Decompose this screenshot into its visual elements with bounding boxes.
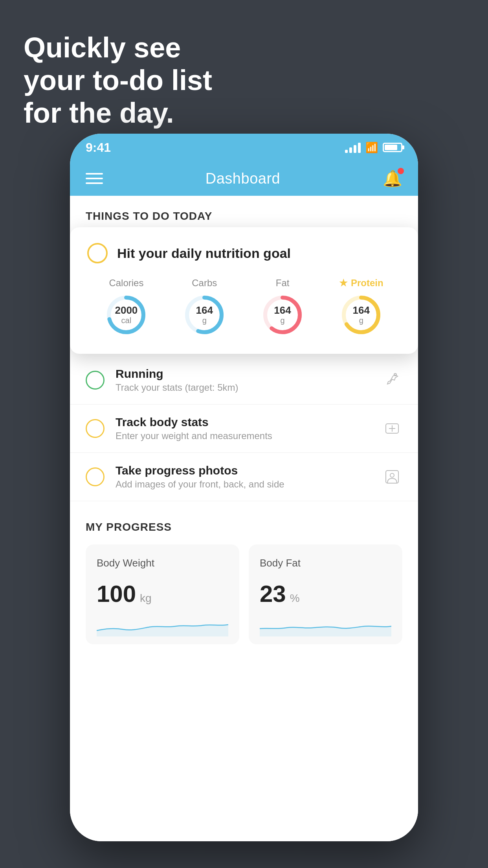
fat-unit: g	[274, 316, 291, 325]
body-fat-value: 23 %	[260, 580, 391, 607]
todo-text-photos: Take progress photos Add images of your …	[116, 464, 371, 490]
notification-dot	[398, 168, 404, 174]
running-sub: Track your stats (target: 5km)	[116, 382, 371, 393]
phone-shell: 9:41 📶 Dashboard 🔔 TH	[70, 134, 418, 841]
nav-bar: Dashboard 🔔	[70, 161, 418, 196]
body-weight-title: Body Weight	[97, 557, 228, 569]
body-stats-sub: Enter your weight and measurements	[116, 430, 371, 441]
todo-text-running: Running Track your stats (target: 5km)	[116, 367, 371, 393]
signal-icon	[345, 142, 361, 153]
app-content: THINGS TO DO TODAY Hit your daily nutrit…	[70, 196, 418, 841]
nutrition-card-title: Hit your daily nutrition goal	[117, 246, 291, 261]
body-weight-card: Body Weight 100 kg	[86, 544, 239, 644]
status-icons: 📶	[345, 142, 402, 154]
check-circle[interactable]	[87, 243, 108, 263]
hamburger-menu[interactable]	[86, 173, 103, 184]
carbs-label: Carbs	[192, 278, 217, 289]
body-fat-title: Body Fat	[260, 557, 391, 569]
body-stats-title: Track body stats	[116, 416, 371, 429]
photos-title: Take progress photos	[116, 464, 371, 477]
protein-unit: g	[353, 316, 370, 325]
hamburger-line	[86, 178, 103, 179]
fat-label: Fat	[276, 278, 290, 289]
todo-circle-photos	[86, 467, 105, 486]
nutrition-calories: Calories 2000 cal	[105, 278, 148, 337]
nutrition-fat: Fat 164 g	[261, 278, 304, 337]
body-fat-card: Body Fat 23 %	[249, 544, 402, 644]
hamburger-line	[86, 173, 103, 175]
nav-title: Dashboard	[205, 170, 280, 187]
nutrition-card-header: Hit your daily nutrition goal	[87, 243, 401, 263]
todo-item-body-stats[interactable]: Track body stats Enter your weight and m…	[70, 405, 418, 453]
status-bar: 9:41 📶	[70, 134, 418, 161]
fat-value: 164	[274, 305, 291, 316]
nutrition-card: Hit your daily nutrition goal Calories 2…	[70, 227, 418, 354]
star-icon: ★	[339, 278, 348, 289]
todo-circle-body-stats	[86, 419, 105, 438]
running-icon	[382, 370, 402, 390]
things-to-do-header: THINGS TO DO TODAY	[70, 196, 418, 230]
hero-text: Quickly see your to-do list for the day.	[24, 31, 212, 129]
body-fat-num: 23	[260, 580, 286, 607]
person-icon	[382, 467, 402, 487]
calories-unit: cal	[115, 316, 138, 325]
bell-icon[interactable]: 🔔	[383, 169, 402, 188]
progress-section: MY PROGRESS Body Weight 100 kg	[70, 501, 418, 644]
body-weight-unit: kg	[140, 592, 152, 605]
protein-label: ★ Protein	[339, 278, 383, 289]
battery-icon	[383, 143, 402, 152]
progress-cards: Body Weight 100 kg Body Fat	[86, 544, 402, 644]
carbs-donut: 164 g	[183, 293, 226, 337]
progress-title: MY PROGRESS	[86, 521, 402, 533]
svg-point-13	[390, 473, 394, 477]
fat-donut: 164 g	[261, 293, 304, 337]
body-weight-value: 100 kg	[97, 580, 228, 607]
hero-line1: Quickly see	[24, 31, 212, 64]
body-fat-chart	[260, 617, 391, 636]
body-fat-unit: %	[290, 592, 300, 605]
body-weight-chart	[97, 617, 228, 636]
calories-value: 2000	[115, 305, 138, 316]
todo-item-running[interactable]: Running Track your stats (target: 5km)	[70, 356, 418, 405]
todo-text-body-stats: Track body stats Enter your weight and m…	[116, 416, 371, 441]
hero-line3: for the day.	[24, 97, 212, 129]
calories-label: Calories	[109, 278, 143, 289]
nutrition-carbs: Carbs 164 g	[183, 278, 226, 337]
photos-sub: Add images of your front, back, and side	[116, 479, 371, 490]
protein-value: 164	[353, 305, 370, 316]
carbs-value: 164	[196, 305, 213, 316]
running-title: Running	[116, 367, 371, 381]
calories-donut: 2000 cal	[105, 293, 148, 337]
carbs-unit: g	[196, 316, 213, 325]
scale-icon	[382, 418, 402, 439]
hamburger-line	[86, 182, 103, 184]
hero-line2: your to-do list	[24, 64, 212, 97]
body-weight-num: 100	[97, 580, 136, 607]
wifi-icon: 📶	[365, 142, 378, 154]
status-time: 9:41	[86, 140, 111, 155]
nutrition-protein: ★ Protein 164 g	[339, 278, 383, 337]
nutrition-circles: Calories 2000 cal Carbs	[87, 278, 401, 337]
todo-item-photos[interactable]: Take progress photos Add images of your …	[70, 453, 418, 501]
protein-donut: 164 g	[339, 293, 383, 337]
todo-circle-running	[86, 371, 105, 390]
